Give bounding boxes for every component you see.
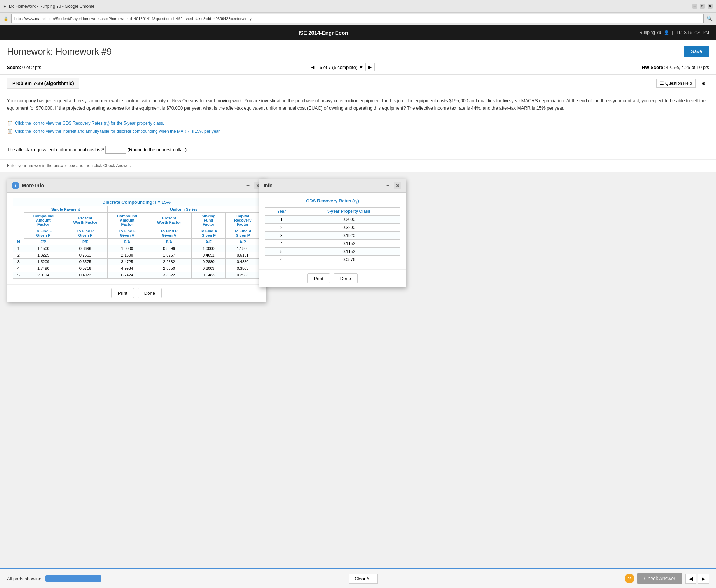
lock-icon: 🔒 [3,16,8,21]
score-value: 0 of 2 pts [22,65,41,70]
close-button[interactable]: ✕ [708,4,713,9]
search-icon[interactable]: 🔍 [707,16,713,21]
save-button[interactable]: Save [684,46,709,57]
problem-header: Problem 7-29 (algorithmic) ☰ Question He… [0,75,716,92]
address-bar[interactable]: https://www.mathxl.com/Student/PlayerHom… [11,14,704,23]
problem-description: Your company has just signed a three-yea… [7,98,706,111]
homework-title: Homework: Homework #9 [7,46,112,57]
problem-title: Problem 7-29 (algorithmic) [7,78,79,89]
user-icon: 👤 [664,30,669,35]
answer-prefix: The after-tax equivalent uniform annual … [7,147,104,152]
question-help-button[interactable]: ☰ Question Help [656,79,696,88]
answer-input[interactable] [105,146,126,154]
course-title: ISE 2014-Engr Econ [299,30,348,36]
main-content: Homework: Homework #9 Save Score: 0 of 2… [0,40,716,172]
homework-header: Homework: Homework #9 Save [0,40,716,60]
link2-text: Click the icon to view the interest and … [15,129,221,134]
maximize-button[interactable]: □ [700,4,705,9]
problem-text: Your company has just signed a three-yea… [0,92,716,117]
answer-suffix: (Round to the nearest dollar.) [128,147,187,152]
link-icon-2: 📋 [7,128,13,134]
nav-label-text: 6 of 7 (5 complete) [320,65,357,70]
nav-dropdown-icon[interactable]: ▼ [359,65,363,70]
url-text: https://www.mathxl.com/Student/PlayerHom… [14,16,252,21]
next-question-button[interactable]: ▶ [365,63,375,71]
hw-score-value: 42.5%, 4.25 of 10 pts [666,65,709,70]
browser-title: Do Homework - Runping Yu - Google Chrome [9,4,94,9]
navbar: ISE 2014-Engr Econ Runping Yu 👤 | 11/18/… [0,25,716,40]
prev-question-button[interactable]: ◀ [308,63,317,71]
links-area: 📋 Click the icon to view the GDS Recover… [0,117,716,140]
link-icon-1: 📋 [7,121,13,126]
user-name: Runping Yu [639,30,661,35]
hw-score-label: HW Score: [642,65,665,70]
datetime: 11/18/16 2:26 PM [676,30,709,35]
page-icon: P [3,4,6,9]
score-label: Score: [7,65,21,70]
interest-table-link[interactable]: 📋 Click the icon to view the interest an… [7,128,709,134]
score-bar: Score: 0 of 2 pts ◀ 6 of 7 (5 complete) … [0,60,716,75]
minimize-button[interactable]: ─ [692,4,697,9]
answer-area: The after-tax equivalent uniform annual … [0,140,716,159]
gds-link[interactable]: 📋 Click the icon to view the GDS Recover… [7,121,709,126]
list-icon: ☰ [660,81,664,86]
browser-titlebar: P Do Homework - Runping Yu - Google Chro… [0,0,716,13]
settings-button[interactable]: ⚙ [699,79,709,88]
hint-text: Enter your answer in the answer box and … [0,159,716,172]
nav-separator: | [672,30,673,35]
